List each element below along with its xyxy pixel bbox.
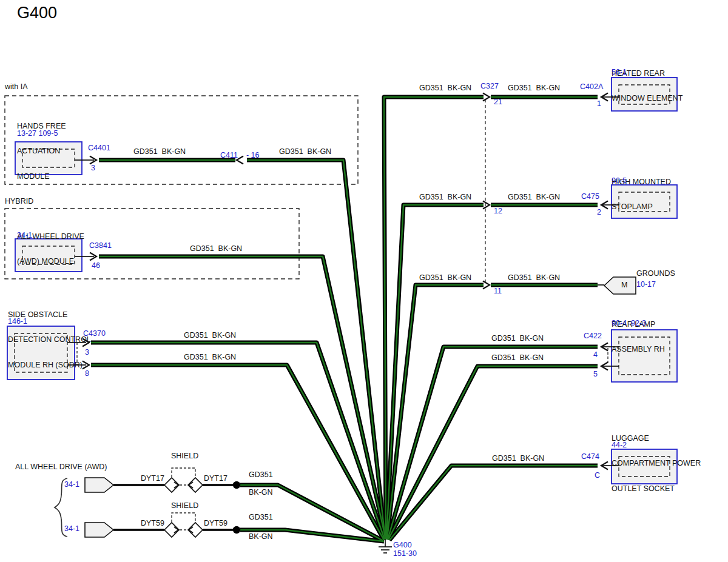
ground-wires <box>91 97 598 541</box>
c422-pin-4: 4 <box>593 351 598 359</box>
awd-row1-ref: 34-1 <box>64 481 79 489</box>
rear-lamp-ref: 90-4 92-3 <box>612 319 646 327</box>
wire-label: GD351 BK-GN <box>279 148 331 156</box>
awd-module-name: ALL WHEEL DRIVE (AWD) MODULE <box>17 216 84 275</box>
wire-label: GD351 BK-GN <box>419 274 471 282</box>
c4370-pin-3: 3 <box>85 349 89 356</box>
ground-id: G400 <box>393 541 412 549</box>
wire-label: GD351 BK-GN <box>508 193 560 201</box>
c327-pin-11: 11 <box>494 287 502 295</box>
sodr-name-line3: MODULE RH (SODR) <box>8 361 91 369</box>
hands-free-name-line2: ACTUATION <box>17 147 66 155</box>
connector-c402a: C402A <box>580 83 603 91</box>
awd-row2-wire-label-a: DYT59 <box>141 520 164 527</box>
c475-pin: 2 <box>597 209 601 216</box>
connector-c474: C474 <box>581 453 599 461</box>
ground-ref: 151-30 <box>393 550 417 558</box>
awd-row2-color: BK-GN <box>249 533 273 541</box>
luggage-socket-name: LUGGAGE COMPARTMENT POWER OUTLET SOCKET <box>612 418 701 501</box>
hands-free-name: HANDS FREE ACTUATION MODULE <box>17 105 66 189</box>
stoplamp-name: HIGH MOUNTED STOPLAMP <box>612 161 671 220</box>
awd-row2-shield-label: SHIELD <box>171 502 198 510</box>
grounds-ref: 10-17 <box>636 281 656 289</box>
stoplamp-name-line2: STOPLAMP <box>612 203 671 211</box>
wire-label: GD351 BK-GN <box>184 332 236 340</box>
awd-row2-ref: 34-1 <box>64 525 79 533</box>
connector-c3841: C3841 <box>89 242 112 250</box>
sodr-name-line2: DETECTION CONTROL <box>8 336 91 344</box>
connector-c411: C411- 16 <box>216 144 259 159</box>
connector-c422: C422 <box>584 332 602 340</box>
grounds-marker-pentagon <box>604 277 636 294</box>
wire-label: GD351 BK-GN <box>133 148 186 156</box>
hands-free-name-line3: MODULE <box>17 173 66 181</box>
c3841-pin: 46 <box>92 262 100 270</box>
c327-pin-21: 21 <box>494 98 502 106</box>
awd-row2-wire-label-b: DYT59 <box>204 520 228 527</box>
heated-rear-window-name: HEATED REAR WINDOW ELEMENT <box>612 53 682 112</box>
awd-connector-1 <box>85 478 113 492</box>
page-title: G400 <box>17 4 57 22</box>
sodr-ref: 146-1 <box>8 318 27 326</box>
sodr-name: SIDE OBSTACLE DETECTION CONTROL MODULE R… <box>8 294 91 378</box>
splice-dot-1 <box>233 481 240 489</box>
awd-module-ref: 34-1 <box>17 232 32 239</box>
awd-row1-shield-label: SHIELD <box>171 452 198 460</box>
c4370-pin-8: 8 <box>85 370 89 378</box>
connector-c4401: C4401 <box>88 144 110 152</box>
c474-pin: C <box>595 472 600 480</box>
c422-pin-5: 5 <box>593 370 598 378</box>
hands-free-ref: 13-27 109-5 <box>17 130 58 138</box>
awd-module-name-line2: (AWD) MODULE <box>17 258 84 266</box>
awd-region-label: ALL WHEEL DRIVE (AWD) <box>15 463 107 471</box>
heated-rear-window-ref: 56-1 <box>612 69 627 76</box>
awd-row1-wire-label-b: DYT17 <box>204 475 228 483</box>
wire-label: GD351 BK-GN <box>508 84 560 92</box>
luggage-socket-ref: 44-2 <box>612 441 627 449</box>
stoplamp-ref: 90-5 <box>612 177 627 185</box>
wire-label: GD351 BK-GN <box>492 455 544 463</box>
heated-rear-window-line2: WINDOW ELEMENT <box>612 95 682 102</box>
rear-lamp-name: REAR LAMP ASSEMBLY RH <box>612 304 665 363</box>
luggage-socket-line2: COMPARTMENT POWER <box>612 460 701 467</box>
connector-c327: C327 <box>480 82 499 90</box>
hybrid-region-label: HYBRID <box>5 198 33 206</box>
awd-connector-2 <box>85 523 113 537</box>
c411-name: C411 <box>220 152 238 159</box>
wire-label: GD351 BK-GN <box>491 335 544 343</box>
c327-pin-12: 12 <box>494 207 502 215</box>
wire-label: GD351 BK-GN <box>190 245 242 253</box>
connector-c4370: C4370 <box>83 330 106 338</box>
rear-lamp-name-line2: ASSEMBLY RH <box>612 346 665 353</box>
awd-row2-circuit: GD351 <box>249 513 273 521</box>
wire-label: GD351 BK-GN <box>419 84 471 92</box>
grounds-marker-letter: M <box>621 281 627 289</box>
wire-label: GD351 BK-GN <box>419 193 471 201</box>
wiring-diagram-page: G400 with IA HANDS FREE ACTUATION MODULE… <box>0 0 728 562</box>
luggage-socket-line3: OUTLET SOCKET <box>612 485 701 493</box>
grounds-name: GROUNDS <box>636 270 675 278</box>
splice-dot-2 <box>233 526 240 534</box>
awd-row1-wire-label-a: DYT17 <box>141 475 164 483</box>
wire-label: GD351 BK-GN <box>491 354 544 362</box>
wire-label: GD351 BK-GN <box>508 274 560 282</box>
awd-row1-color: BK-GN <box>249 489 273 497</box>
with-ia-region-label: with IA <box>5 83 28 91</box>
c402a-pin: 1 <box>597 100 601 108</box>
awd-row1-circuit: GD351 <box>249 471 273 479</box>
wire-label: GD351 BK-GN <box>184 353 236 361</box>
c4401-pin: 3 <box>91 164 95 172</box>
connector-c475: C475 <box>581 193 599 201</box>
shield-dashed-links <box>172 468 195 530</box>
c411-pin: - 16 <box>246 152 260 159</box>
